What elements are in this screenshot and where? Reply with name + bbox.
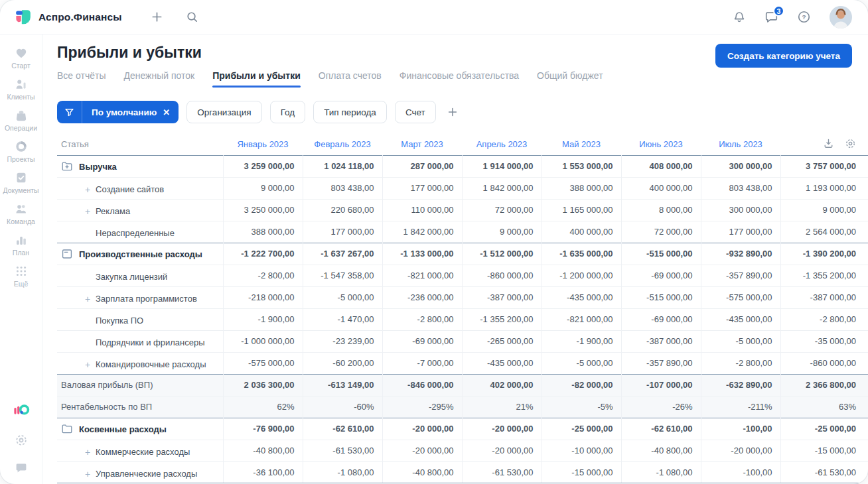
tab-profit-loss[interactable]: Прибыли и убытки (212, 70, 301, 88)
filter-chip-0[interactable]: Организация (186, 101, 261, 123)
cell-value: -40 800,00 (223, 440, 303, 461)
add-button[interactable] (151, 11, 163, 23)
sidebar-item-documents[interactable]: Документы (0, 167, 42, 198)
cell-value: -821 000,00 (382, 265, 462, 286)
filter-chip-3[interactable]: Счет (395, 101, 436, 123)
note-minus-icon[interactable] (61, 248, 73, 260)
table-row[interactable]: +Командировочные расходы-575 000,00-60 2… (57, 352, 868, 374)
expand-plus-icon[interactable]: + (80, 469, 96, 479)
column-header-month: Июнь 2023 (621, 134, 701, 155)
table-row[interactable]: Производственные расходы-1 222 700,00-1 … (57, 243, 868, 265)
sidebar-item-team[interactable]: Команда (0, 198, 42, 229)
download-icon[interactable] (823, 138, 834, 149)
cell-value: 9 000,00 (780, 199, 868, 221)
sidebar-item-more[interactable]: Ещё (0, 261, 42, 292)
sidebar-item-operations[interactable]: Операции (0, 105, 42, 136)
table-row[interactable]: +Управленческие расходы-36 100,00-1 080,… (57, 461, 868, 483)
sidebar-item-label: Проекты (7, 155, 35, 163)
cell-value: 803 438,00 (303, 177, 382, 199)
cell-value: 9 000,00 (462, 221, 542, 243)
sidebar-item-plan[interactable]: План (0, 229, 42, 261)
table-row[interactable]: +Зарплата программистов-218 000,00-5 000… (57, 286, 868, 308)
app-logo-icon[interactable] (13, 402, 30, 419)
cell-value: 2 036 300,00 (223, 374, 303, 396)
app-window: Аспро.Финансы 3 ? (0, 0, 868, 484)
cell-value: 1 842 000,00 (382, 221, 462, 243)
create-category-button[interactable]: Создать категорию учета (715, 44, 852, 68)
messages-icon[interactable]: 3 (764, 10, 778, 24)
cell-value: -515 000,00 (621, 243, 701, 265)
expand-plus-icon[interactable]: + (80, 359, 96, 370)
expand-plus-icon[interactable]: + (80, 206, 96, 217)
folder-plus-icon[interactable] (61, 160, 73, 172)
cell-value: -357 890,00 (621, 352, 701, 374)
table-settings-gear-icon[interactable] (845, 138, 856, 149)
tab-5[interactable]: Общий бюджет (537, 70, 603, 88)
cell-value: 63% (780, 396, 868, 418)
cell-value: -435 000,00 (462, 352, 542, 374)
cell-value: -1 200 000,00 (542, 265, 621, 286)
user-avatar[interactable] (830, 6, 852, 29)
cell-value: -100,00 (701, 418, 780, 440)
row-label: Подрядчики и фрилансеры (96, 337, 205, 347)
settings-icon[interactable] (15, 434, 28, 447)
cell-value: 400 000,00 (542, 221, 621, 243)
cell-value: -387 000,00 (621, 330, 701, 352)
column-header-month: Май 2023 (542, 134, 621, 155)
search-icon[interactable] (186, 11, 198, 23)
cell-value: 3 757 000,00 (780, 155, 868, 177)
cell-value: -60% (303, 396, 382, 418)
cell-value: -26% (621, 396, 701, 418)
notifications-bell-icon[interactable] (733, 11, 746, 24)
tab-4[interactable]: Финансовые обязательства (399, 70, 519, 88)
sidebar-item-projects[interactable]: Проекты (0, 136, 42, 167)
filter-chip-2[interactable]: Тип периода (313, 101, 387, 123)
filter-default-label: По умолчанию (82, 107, 161, 117)
help-icon[interactable]: ? (797, 10, 811, 24)
table-row[interactable]: +Коммерческие расходы-40 800,00-61 530,0… (57, 440, 868, 461)
brand[interactable]: Аспро.Финансы (15, 9, 121, 26)
filter-remove-icon[interactable]: ✕ (161, 107, 179, 117)
cell-value: -20 000,00 (462, 440, 542, 461)
cell-value: 1 024 118,00 (303, 155, 382, 177)
column-header-month: Февраль 2023 (303, 134, 382, 155)
cell-value: -613 149,00 (303, 374, 382, 396)
cell-value: 803 438,00 (701, 177, 780, 199)
cell-value: -435 000,00 (542, 286, 621, 308)
table-row[interactable]: +Создание сайтов9 000,00803 438,00177 00… (57, 177, 868, 199)
tab-3[interactable]: Оплата счетов (319, 70, 382, 88)
expand-plus-icon[interactable]: + (80, 447, 96, 457)
cell-value: -36 100,00 (223, 461, 303, 483)
cell-value: -1 000 000,00 (223, 330, 303, 352)
cell-value: -1 547 358,00 (303, 265, 382, 286)
row-label: Создание сайтов (96, 184, 164, 194)
cell-value: -62 610,00 (621, 418, 701, 440)
projects-icon (15, 140, 28, 153)
cell-value: -265 000,00 (462, 330, 542, 352)
expand-plus-icon[interactable]: + (80, 294, 96, 304)
cell-value: -15 000,00 (780, 440, 868, 461)
add-filter-button[interactable] (447, 106, 459, 118)
cell-value: -1 080,00 (303, 461, 382, 483)
sidebar-item-start[interactable]: Старт (0, 42, 42, 74)
cell-value: 300 000,00 (701, 155, 780, 177)
cell-value: -295% (382, 396, 462, 418)
cell-value: -25 000,00 (780, 418, 868, 440)
cell-value: 408 000,00 (621, 155, 701, 177)
feedback-icon[interactable] (15, 461, 28, 475)
expand-plus-icon[interactable]: + (80, 184, 96, 195)
cell-value: -860 000,00 (780, 352, 868, 374)
sidebar-item-clients[interactable]: Клиенты (0, 74, 42, 105)
cell-value: -69 000,00 (382, 330, 462, 352)
cell-value: -20 000,00 (382, 418, 462, 440)
cell-value: 402 000,00 (462, 374, 542, 396)
table-row[interactable]: +Реклама3 250 000,00220 680,00110 000,00… (57, 199, 868, 221)
filter-default-chip[interactable]: По умолчанию ✕ (57, 101, 179, 123)
tab-0[interactable]: Все отчёты (57, 70, 106, 88)
table-row[interactable]: Выручка3 259 000,001 024 118,00287 000,0… (57, 155, 868, 177)
folder-icon[interactable] (61, 423, 73, 435)
table-row[interactable]: Косвенные расходы-76 900,00-62 610,00-20… (57, 418, 868, 440)
messages-badge: 3 (773, 5, 784, 17)
filter-chip-1[interactable]: Год (270, 101, 306, 123)
tab-1[interactable]: Денежный поток (123, 70, 194, 88)
